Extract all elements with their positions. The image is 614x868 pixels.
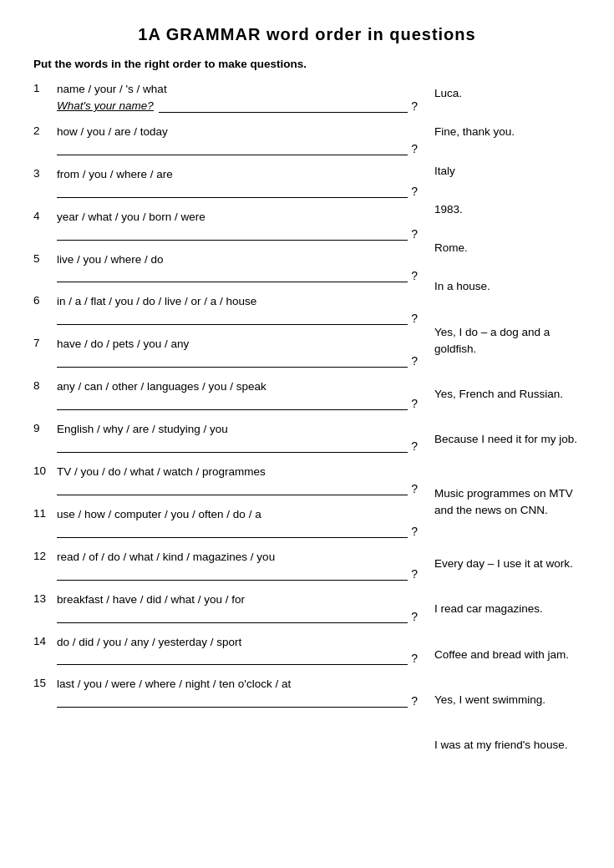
question-item-10: 10TV / you / do / what / watch / program… — [33, 464, 418, 500]
question-content: in / a / flat / you / do / live / or / a… — [57, 294, 418, 330]
answer-item: I read car magazines. — [434, 579, 581, 617]
question-mark: ? — [411, 610, 418, 623]
question-content: name / your / 's / whatWhat's your name?… — [57, 82, 418, 118]
question-words: last / you / were / where / night / ten … — [57, 677, 418, 693]
question-mark: ? — [411, 354, 418, 368]
question-content: have / do / pets / you / any? — [57, 337, 418, 373]
answer-underline[interactable] — [57, 567, 408, 581]
left-column: 1name / your / 's / whatWhat's your name… — [33, 82, 418, 760]
question-mark: ? — [411, 525, 418, 538]
question-line-row: ? — [57, 185, 418, 198]
question-mark: ? — [411, 482, 418, 495]
question-item-15: 15last / you / were / where / night / te… — [33, 677, 418, 713]
answer-underline[interactable] — [57, 525, 408, 538]
right-column: Luca.Fine, thank you.Italy1983.Rome.In a… — [418, 82, 581, 760]
question-number: 6 — [33, 294, 57, 307]
question-number: 2 — [33, 124, 57, 137]
question-line-row: ? — [57, 142, 418, 155]
question-number: 11 — [33, 507, 57, 520]
answer-item: Because I need it for my job. — [434, 409, 581, 448]
answer-item: Yes, I went swimming. — [434, 670, 581, 708]
answer-underline[interactable] — [57, 185, 408, 198]
question-words: read / of / do / what / kind / magazines… — [57, 550, 418, 566]
question-mark: ? — [411, 227, 418, 241]
question-line-row: ? — [57, 354, 418, 368]
question-words: how / you / are / today — [57, 124, 418, 140]
question-line-row: ? — [57, 269, 418, 282]
answer-underline[interactable] — [57, 227, 408, 241]
answer-item: Luca. — [434, 82, 581, 102]
question-item-7: 7have / do / pets / you / any? — [33, 337, 418, 373]
question-content: from / you / where / are? — [57, 167, 418, 203]
question-words: TV / you / do / what / watch / programme… — [57, 464, 418, 480]
answer-underline[interactable] — [57, 439, 408, 453]
answer-underline[interactable] — [57, 354, 408, 368]
answer-underline[interactable] — [57, 694, 408, 708]
question-words: any / can / other / languages / you / sp… — [57, 379, 418, 395]
answer-item: Fine, thank you. — [434, 109, 581, 140]
answer-underline[interactable] — [57, 142, 408, 155]
question-line-row: ? — [57, 525, 418, 538]
answer-underline[interactable] — [57, 610, 408, 623]
question-content: any / can / other / languages / you / sp… — [57, 379, 418, 415]
answer-item: Every day – I use it at work. — [434, 525, 581, 572]
question-mark: ? — [411, 142, 418, 155]
answer-item: Yes, I do – a dog and a goldfish. — [434, 302, 581, 358]
answer-item: Italy — [434, 148, 581, 180]
question-item-4: 4year / what / you / born / were? — [33, 210, 418, 246]
question-content: do / did / you / any / yesterday / sport… — [57, 635, 418, 671]
answer-item: Yes, French and Russian. — [434, 364, 581, 403]
question-mark: ? — [411, 652, 418, 665]
question-item-8: 8any / can / other / languages / you / s… — [33, 379, 418, 415]
question-mark: ? — [411, 397, 418, 410]
question-number: 5 — [33, 252, 57, 265]
question-words: do / did / you / any / yesterday / sport — [57, 635, 418, 651]
answer-underline[interactable] — [159, 99, 408, 113]
answer-item: In a house. — [434, 263, 581, 295]
answer-item: Rome. — [434, 225, 581, 256]
question-number: 13 — [33, 592, 57, 605]
answer-underline[interactable] — [57, 397, 408, 410]
page-title: 1A GRAMMAR word order in questions — [33, 25, 581, 44]
question-line-row: ? — [57, 397, 418, 410]
question-words: English / why / are / studying / you — [57, 422, 418, 438]
instruction: Put the words in the right order to make… — [33, 58, 581, 70]
answer-underline[interactable] — [57, 652, 408, 665]
answer-item: 1983. — [434, 186, 581, 218]
question-line-row: ? — [57, 482, 418, 495]
question-content: how / you / are / today? — [57, 124, 418, 160]
question-number: 7 — [33, 337, 57, 349]
question-words: from / you / where / are — [57, 167, 418, 183]
question-mark: ? — [411, 312, 418, 325]
question-words: use / how / computer / you / often / do … — [57, 507, 418, 523]
question-content: use / how / computer / you / often / do … — [57, 507, 418, 543]
question-item-2: 2how / you / are / today? — [33, 124, 418, 160]
answer-underline[interactable] — [57, 312, 408, 325]
question-words: live / you / where / do — [57, 252, 418, 268]
question-mark: ? — [411, 269, 418, 282]
question-mark: ? — [411, 99, 418, 113]
question-number: 1 — [33, 82, 57, 94]
question-words: name / your / 's / what — [57, 82, 418, 98]
question-content: live / you / where / do? — [57, 252, 418, 288]
question-content: breakfast / have / did / what / you / fo… — [57, 592, 418, 628]
question-number: 10 — [33, 464, 57, 477]
question-item-6: 6in / a / flat / you / do / live / or / … — [33, 294, 418, 330]
question-content: year / what / you / born / were? — [57, 210, 418, 246]
question-number: 12 — [33, 550, 57, 562]
question-number: 14 — [33, 635, 57, 647]
answer-item: I was at my friend's house. — [434, 715, 581, 754]
question-item-1: 1name / your / 's / whatWhat's your name… — [33, 82, 418, 118]
question-number: 8 — [33, 379, 57, 392]
question-line-row: ? — [57, 439, 418, 453]
answer-underline[interactable] — [57, 482, 408, 495]
answer-underline[interactable] — [57, 269, 408, 282]
answer-item: Coffee and bread with jam. — [434, 625, 581, 663]
question-line-row: ? — [57, 567, 418, 581]
question-item-9: 9English / why / are / studying / you? — [33, 422, 418, 458]
filled-answer: What's your name? — [57, 99, 154, 112]
question-line-row: ? — [57, 610, 418, 623]
question-item-12: 12read / of / do / what / kind / magazin… — [33, 550, 418, 586]
question-content: English / why / are / studying / you? — [57, 422, 418, 458]
question-number: 3 — [33, 167, 57, 180]
